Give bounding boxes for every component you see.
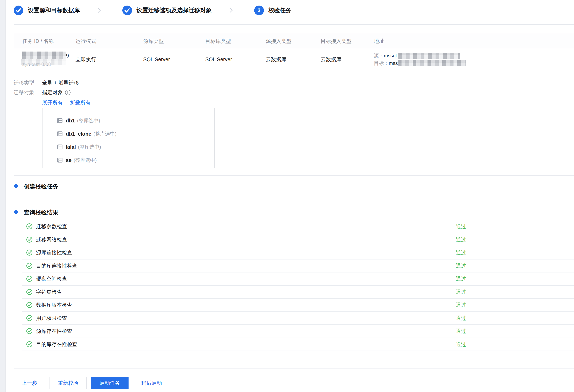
address-target-line: 目标：mss [374,59,574,67]
check-status-pass: 通过 [456,301,466,308]
check-status-pass: 通过 [456,262,466,269]
timeline-dot-create [14,184,18,188]
step-done-check-icon [14,6,23,15]
check-row-disk-space: 硬盘空间检查 通过 [22,272,574,286]
run-mode-cell: 立即执行 [76,56,143,63]
step-item-3: 3 校验任务 [254,6,291,15]
redacted-task-id [22,52,66,59]
timeline-connector [16,189,16,209]
task-row: 9 zyn-test-0.00 立即执行 SQL Server SQL Serv… [14,49,574,70]
step-label: 设置源和目标数据库 [28,6,80,14]
check-status-pass: 通过 [456,328,466,335]
tree-item-db1[interactable]: db1 (整库选中) [42,114,214,127]
check-circle-icon [26,276,33,282]
check-circle-icon [26,236,33,243]
check-status-pass: 通过 [456,289,466,295]
database-icon [57,144,63,150]
database-icon [57,131,63,137]
col-header-dst-type: 目标库类型 [205,38,266,44]
migrate-object-value: 指定对象 [42,89,63,96]
task-summary-table: 任务 ID / 名称 运行模式 源库类型 目标库类型 源接入类型 目标接入类型 … [14,33,574,70]
check-status-pass: 通过 [456,315,466,321]
stepbar-divider [14,24,574,25]
step-wizard: 设置源和目标数据库 设置迁移选项及选择迁移对象 3 校验任务 [14,5,291,16]
step-item-2: 设置迁移选项及选择迁移对象 [122,6,212,15]
info-icon[interactable] [65,90,71,95]
section-divider [14,175,574,176]
check-row-target-existence: 目的库存在性检查 通过 [22,338,574,351]
address-cell: 源：mssql- 目标：mss [374,52,574,67]
step-item-1: 设置源和目标数据库 [14,6,80,15]
task-id-suffix: 9 [66,53,69,58]
check-status-pass: 通过 [456,249,466,256]
check-row-target-connectivity: 目的库连接性检查 通过 [22,260,574,273]
expand-all-link[interactable]: 展开所有 [42,100,63,105]
col-header-src-type: 源库类型 [143,38,205,44]
check-circle-icon [26,262,33,269]
query-check-result-title: 查询校验结果 [24,208,58,216]
tree-actions: 展开所有 折叠所有 [42,99,96,106]
check-circle-icon [26,249,33,256]
redacted-source-address [398,53,460,59]
migrate-object-tree: db1 (整库选中) db1_clone (整库选中) lalal (整库选中)… [42,108,215,168]
col-header-task-id: 任务 ID / 名称 [14,38,76,44]
check-circle-icon [26,315,33,321]
task-name: zyn-test-0.00 [22,61,51,67]
step-done-check-icon [122,6,132,15]
migrate-type-row: 迁移类型 全量 + 增量迁移 [14,79,79,86]
tree-item-lalal[interactable]: lalal (整库选中) [42,140,214,153]
check-status-pass: 通过 [456,236,466,243]
step-label: 校验任务 [268,6,291,14]
start-later-button[interactable]: 稍后启动 [133,377,170,389]
timeline-dot-query [14,210,18,214]
src-access-cell: 云数据库 [266,56,321,63]
dst-access-cell: 云数据库 [321,56,374,63]
step-label: 设置迁移选项及选择迁移对象 [137,6,212,14]
check-status-pass: 通过 [456,223,466,230]
check-row-user-privilege: 用户权限检查 通过 [22,312,574,325]
check-status-pass: 通过 [456,275,466,282]
step-number-badge: 3 [254,6,264,15]
redacted-target-address [398,60,466,66]
check-row-migrate-params: 迁移参数检查 通过 [22,220,574,233]
dst-type-cell: SQL Server [205,56,266,62]
recheck-button[interactable]: 重新校验 [49,377,87,389]
src-type-cell: SQL Server [143,56,205,62]
migrate-type-value: 全量 + 增量迁移 [42,79,79,86]
check-circle-icon [26,328,33,334]
check-row-charset: 字符集检查 通过 [22,286,574,299]
check-row-source-connectivity: 源库连接性检查 通过 [22,246,574,260]
col-header-run-mode: 运行模式 [76,38,143,44]
chevron-right-icon [96,8,101,13]
tree-item-se[interactable]: se (整库选中) [42,153,214,167]
check-row-db-version: 数据库版本检查 通过 [22,299,574,312]
footer-actions: 上一步 重新校验 启动任务 稍后启动 [14,377,170,389]
migrate-object-label: 迁移对象 [14,89,42,96]
col-header-src-access: 源接入类型 [266,38,321,44]
start-task-button[interactable]: 启动任务 [91,377,128,389]
check-circle-icon [26,341,33,348]
check-result-list: 迁移参数检查 通过 迁移网络检查 通过 源库连接性检查 通过 目的库连接性检查 … [22,220,574,351]
check-row-migrate-network: 迁移网络检查 通过 [22,233,574,246]
collapse-all-link[interactable]: 折叠所有 [70,100,91,105]
migrate-object-row: 迁移对象 指定对象 [14,89,71,96]
migrate-type-label: 迁移类型 [14,79,42,86]
check-circle-icon [26,302,33,308]
task-id-name-cell: 9 zyn-test-0.00 [14,52,76,67]
col-header-address: 地址 [374,38,574,44]
address-source-line: 源：mssql- [374,52,574,59]
previous-step-button[interactable]: 上一步 [14,377,45,389]
col-header-dst-access: 目标接入类型 [321,38,374,44]
page-left-gutter [0,0,6,392]
database-icon [57,118,63,123]
create-check-task-title: 创建校验任务 [24,183,58,190]
database-icon [57,157,63,163]
table-header-row: 任务 ID / 名称 运行模式 源库类型 目标库类型 源接入类型 目标接入类型 … [14,33,574,49]
check-circle-icon [26,223,33,230]
check-circle-icon [26,289,33,295]
check-status-pass: 通过 [456,341,466,348]
redacted-task-name-overlay [21,59,66,65]
check-row-source-existence: 源库存在性检查 通过 [22,325,574,338]
footer-divider [14,368,574,369]
tree-item-db1-clone[interactable]: db1_clone (整库选中) [42,127,214,140]
